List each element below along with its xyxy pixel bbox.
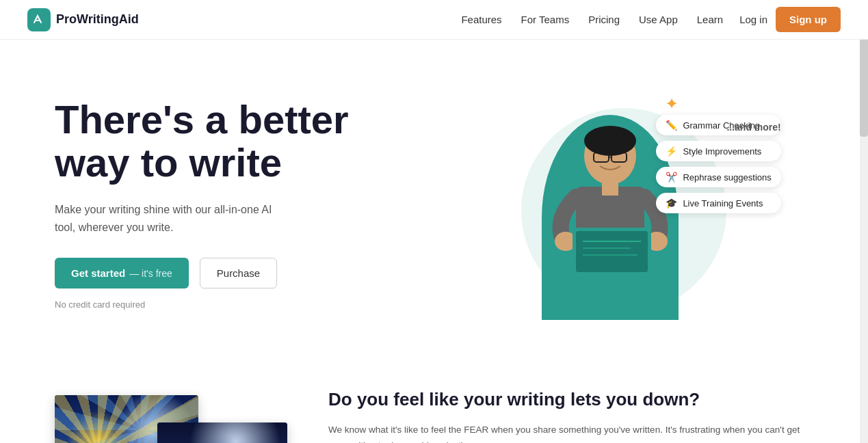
svg-point-4 xyxy=(584,126,636,156)
svg-rect-10 xyxy=(576,231,648,272)
feature-chips: ...and more! ✏️ Grammar Checking ⚡ Style… xyxy=(656,115,780,213)
hero-visual: ...and more! ✏️ Grammar Checking ⚡ Style… xyxy=(480,88,767,320)
logo-icon xyxy=(27,8,51,31)
brand-name: ProWritingAid xyxy=(56,12,139,27)
chip-style: ⚡ Style Improvements xyxy=(656,141,780,161)
nav-for-teams[interactable]: For Teams xyxy=(521,14,570,25)
painting-card-2 xyxy=(157,422,287,443)
nav-actions: Log in Sign up xyxy=(739,7,841,32)
scrollbar[interactable] xyxy=(860,0,868,443)
purchase-button[interactable]: Purchase xyxy=(200,258,277,288)
hero-buttons: Get started — it's free Purchase xyxy=(55,258,434,288)
no-credit-text: No credit card required xyxy=(55,299,434,310)
nav-pricing[interactable]: Pricing xyxy=(588,14,620,25)
nav-learn[interactable]: Learn xyxy=(697,14,723,25)
hero-subtitle: Make your writing shine with our all-in-… xyxy=(55,201,287,236)
hero-section: There's a better way to write Make your … xyxy=(0,40,868,354)
hero-title: There's a better way to write xyxy=(55,98,434,185)
navigation: ProWritingAid Features For Teams Pricing… xyxy=(0,0,868,40)
signup-button[interactable]: Sign up xyxy=(776,7,841,32)
grammar-icon: ✏️ xyxy=(666,120,677,131)
section-two-body: We know what it's like to feel the FEAR … xyxy=(328,422,813,443)
nav-use-app[interactable]: Use App xyxy=(639,14,678,25)
rephrase-icon: ✂️ xyxy=(666,172,677,183)
chip-rephrase: ✂️ Rephrase suggestions xyxy=(656,167,780,187)
nav-features[interactable]: Features xyxy=(461,14,501,25)
brand-logo[interactable]: ProWritingAid xyxy=(27,8,139,31)
hero-image-area: ...and more! ✏️ Grammar Checking ⚡ Style… xyxy=(434,81,814,327)
section-two-title: Do you feel like your writing lets you d… xyxy=(328,388,813,412)
painting-inner-2 xyxy=(157,422,287,443)
spark-icon: ✦ xyxy=(665,94,679,113)
nav-links: Features For Teams Pricing Use App Learn xyxy=(461,14,723,25)
get-started-button[interactable]: Get started — it's free xyxy=(55,258,189,288)
section-two: My idea in my head Do you feel like your… xyxy=(0,354,868,443)
login-button[interactable]: Log in xyxy=(739,14,767,25)
hero-content: There's a better way to write Make your … xyxy=(55,98,434,310)
section-two-image: My idea in my head xyxy=(55,381,287,443)
style-icon: ⚡ xyxy=(666,146,677,157)
section-two-text: Do you feel like your writing lets you d… xyxy=(328,381,813,443)
chip-training: 🎓 Live Training Events xyxy=(656,193,780,213)
and-more-label: ...and more! xyxy=(726,122,780,133)
training-icon: 🎓 xyxy=(666,198,677,209)
svg-rect-6 xyxy=(602,182,618,196)
